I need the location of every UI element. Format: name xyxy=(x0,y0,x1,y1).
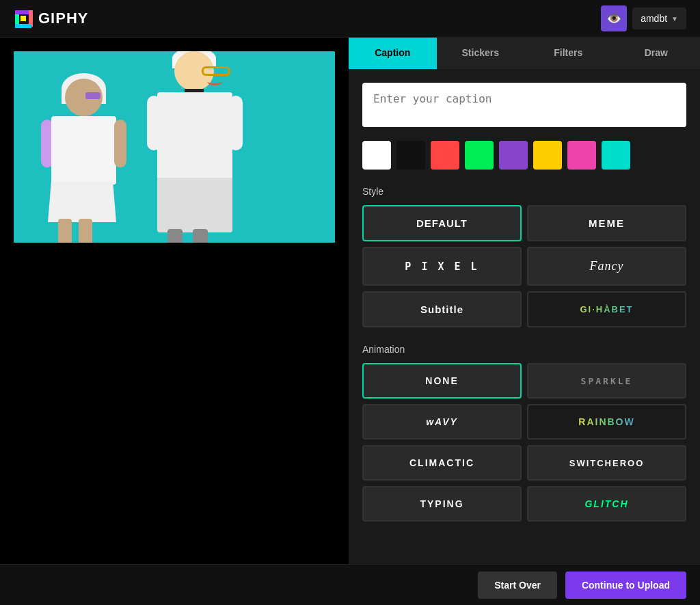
swatch-black[interactable] xyxy=(396,141,425,170)
woman-head xyxy=(65,79,103,116)
anim-btn-climactic[interactable]: CLIMACTIC xyxy=(362,445,522,481)
main-layout: Caption Stickers Filters Draw Style xyxy=(0,38,700,564)
anim-btn-sparkle[interactable]: SPARKLE xyxy=(527,363,686,399)
woman-skirt xyxy=(48,181,116,222)
swatch-cyan[interactable] xyxy=(602,141,630,170)
user-menu-button[interactable]: amdbt ▼ xyxy=(632,8,686,29)
anim-btn-typing[interactable]: TYPING xyxy=(362,486,522,522)
man-head xyxy=(174,51,214,91)
controls-panel: Caption Stickers Filters Draw Style xyxy=(349,38,700,564)
anim-btn-rainbow[interactable]: RAINBOW xyxy=(527,404,686,440)
style-btn-subtitle[interactable]: Subtitle xyxy=(362,291,522,327)
swatch-purple[interactable] xyxy=(499,141,528,170)
animation-grid: NONE SPARKLE wAVY RAINBOW CLIMACTIC SWIT… xyxy=(362,363,686,522)
style-btn-meme[interactable]: MEME xyxy=(527,205,686,241)
anim-btn-switcheroo[interactable]: SWITCHEROO xyxy=(527,445,686,481)
username-label: amdbt xyxy=(641,13,667,24)
preview-panel xyxy=(0,38,349,564)
man-glasses xyxy=(202,66,230,76)
character-man xyxy=(150,51,239,243)
style-btn-pixel[interactable]: P I X E L xyxy=(362,247,522,286)
tab-caption[interactable]: Caption xyxy=(349,38,437,69)
user-area: 👁️ amdbt ▼ xyxy=(601,5,686,31)
start-over-button[interactable]: Start Over xyxy=(478,572,557,599)
style-btn-fancy[interactable]: Fancy xyxy=(527,247,686,286)
header: GIPHY 👁️ amdbt ▼ xyxy=(0,0,700,38)
svg-rect-5 xyxy=(21,16,26,21)
anim-btn-glitch[interactable]: GLITCH xyxy=(527,486,686,522)
man-smile xyxy=(207,77,222,85)
scene xyxy=(14,51,335,243)
man-body xyxy=(157,92,232,181)
continue-to-upload-button[interactable]: Continue to Upload xyxy=(565,572,686,599)
character-woman xyxy=(48,79,123,243)
anim-btn-wavy[interactable]: wAVY xyxy=(362,404,522,440)
giphy-logo-icon xyxy=(14,9,33,28)
color-swatches xyxy=(362,141,686,170)
swatch-green[interactable] xyxy=(465,141,494,170)
style-btn-giphabet[interactable]: GI·HÀBET xyxy=(527,291,686,327)
swatch-white[interactable] xyxy=(362,141,391,170)
woman-glasses xyxy=(85,92,100,99)
logo: GIPHY xyxy=(14,9,88,28)
woman-leg-left xyxy=(58,219,72,243)
tab-filters[interactable]: Filters xyxy=(524,38,612,69)
woman-legs xyxy=(58,219,92,243)
man-legs xyxy=(167,229,208,243)
chevron-down-icon: ▼ xyxy=(671,15,678,23)
woman-body xyxy=(51,116,116,185)
footer: Start Over Continue to Upload xyxy=(0,564,700,605)
gif-preview xyxy=(14,51,335,243)
man-leg-left xyxy=(167,229,183,243)
swatch-red[interactable] xyxy=(431,141,459,170)
woman-leg-right xyxy=(79,219,92,243)
man-arm-right xyxy=(229,96,243,150)
logo-text: GIPHY xyxy=(38,10,88,27)
swatch-pink[interactable] xyxy=(567,141,596,170)
tabs-bar: Caption Stickers Filters Draw xyxy=(349,38,700,69)
style-grid: DEFAULT MEME P I X E L Fancy Subtitle GI… xyxy=(362,205,686,327)
avatar: 👁️ xyxy=(601,5,627,31)
tab-draw[interactable]: Draw xyxy=(612,38,701,69)
style-section-label: Style xyxy=(362,186,686,197)
anim-btn-none[interactable]: NONE xyxy=(362,363,522,399)
animation-section-label: Animation xyxy=(362,344,686,355)
caption-input[interactable] xyxy=(362,83,686,127)
panel-content: Style DEFAULT MEME P I X E L Fancy Subti… xyxy=(349,69,700,564)
tab-stickers[interactable]: Stickers xyxy=(437,38,525,69)
swatch-yellow[interactable] xyxy=(533,141,562,170)
woman-arm-right xyxy=(114,120,126,167)
man-pants xyxy=(157,178,232,232)
style-btn-default[interactable]: DEFAULT xyxy=(362,205,522,241)
man-leg-right xyxy=(193,229,208,243)
svg-rect-4 xyxy=(15,24,31,28)
